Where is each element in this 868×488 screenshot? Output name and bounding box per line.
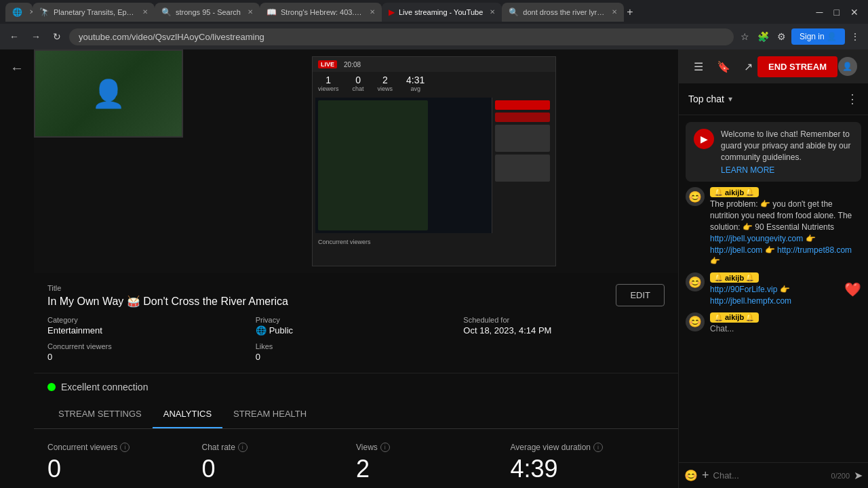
tab-close-1[interactable]: ✕	[142, 8, 148, 16]
tab-4[interactable]: ▶ Live streaming - YouTube ✕	[382, 3, 502, 22]
preview-live-badge: LIVE	[318, 60, 337, 68]
chat-input-field[interactable]	[713, 470, 827, 481]
tab-0[interactable]: 🌐 ✕	[5, 3, 33, 22]
category-value: Entertainment	[47, 325, 249, 336]
metric-info-3[interactable]: i	[593, 443, 603, 452]
user-avatar[interactable]: 👤	[838, 57, 857, 76]
metric-concurrent-viewers: Concurrent viewers i 0	[47, 443, 202, 483]
tab-2[interactable]: 🔍 strongs 95 - Search ✕	[155, 3, 260, 22]
chat-learn-more-link[interactable]: LEARN MORE	[721, 165, 853, 175]
tab-label-5: dont dross the river lyrics	[523, 8, 605, 16]
privacy-icon: 🌐	[256, 325, 267, 336]
left-nav-col: ←	[0, 49, 34, 488]
tab-stream-health[interactable]: STREAM HEALTH	[222, 401, 317, 428]
chat-send-button[interactable]: ➤	[854, 469, 863, 482]
stream-title-info: Title In My Own Way 🥁 Don't Cross the Ri…	[47, 284, 616, 308]
main-layout: ← 👤 LIVE 20:08	[0, 49, 868, 488]
address-bar-input[interactable]	[69, 28, 734, 45]
tab-close-2[interactable]: ✕	[248, 8, 253, 16]
minimize-button[interactable]: ─	[812, 5, 827, 19]
close-button[interactable]: ✕	[846, 5, 863, 19]
preview-sidebar-img-2	[495, 155, 550, 182]
profile-button[interactable]: ⚙	[774, 28, 789, 45]
chat-welcome-content: Welcome to live chat! Remember to guard …	[721, 129, 853, 175]
chat-partial-text: Chat...	[710, 324, 861, 333]
webcam-overlay: 👤	[34, 49, 183, 138]
webcam-video: 👤	[35, 51, 182, 136]
title-label: Title	[47, 284, 616, 292]
preview-stat-1: 1viewers	[318, 75, 339, 92]
chat-username-badge-0: 🔔 aikijb 🔔	[710, 187, 759, 197]
chat-avatar-2: 😊	[686, 312, 705, 331]
metric-avg-view-duration: Average view duration i 4:39	[511, 443, 665, 483]
yt-bookmark-icon[interactable]: 🔖	[713, 56, 734, 77]
tab-close-4[interactable]: ✕	[490, 8, 495, 16]
reload-button[interactable]: ↻	[49, 28, 65, 45]
chat-header: Top chat ▾ ⋮	[679, 83, 868, 115]
analytics-metrics: Concurrent viewers i 0 Chat rate i 0 Vie…	[47, 443, 665, 483]
extensions-button[interactable]: 🧩	[755, 28, 772, 45]
preview-sidebar-item-1	[495, 100, 550, 110]
metric-info-2[interactable]: i	[380, 443, 390, 452]
tab-bar: 🌐 ✕ 🔭 Planetary Transits, Ephem... ✕ 🔍 s…	[5, 0, 810, 24]
chat-link-5[interactable]: http://jbell.hempfx.com	[710, 296, 791, 306]
metric-info-0[interactable]: i	[120, 443, 130, 452]
star-button[interactable]: ☆	[738, 28, 752, 45]
end-stream-button[interactable]: END STREAM	[757, 56, 837, 77]
preview-main-area	[315, 98, 553, 233]
chat-more-icon[interactable]: ⋮	[846, 92, 859, 106]
tab-stream-settings[interactable]: STREAM SETTINGS	[47, 401, 153, 428]
chat-link-2[interactable]: http://jbell.com	[710, 245, 762, 255]
edit-button[interactable]: EDIT	[616, 284, 665, 306]
chat-link-1[interactable]: http://jbell.youngevity.com	[710, 234, 803, 243]
yt-share-icon[interactable]: ↗	[740, 56, 757, 77]
scheduled-label: Scheduled for	[463, 316, 665, 324]
chat-heart-icon: ❤️	[844, 281, 861, 298]
tab-analytics[interactable]: ANALYTICS	[153, 401, 222, 428]
toolbar-icons: ☆ 🧩 ⚙ Sign in 👤 ⋮	[738, 28, 863, 45]
meta-scheduled: Scheduled for Oct 18, 2023, 4:14 PM	[463, 316, 665, 336]
tab-1[interactable]: 🔭 Planetary Transits, Ephem... ✕	[33, 3, 155, 22]
chat-title-button[interactable]: Top chat ▾	[688, 94, 732, 104]
new-tab-button[interactable]: +	[624, 3, 635, 21]
back-nav-button[interactable]: ←	[5, 28, 23, 45]
chat-input-area: 😊 + 0/200 ➤	[679, 462, 868, 488]
yt-menu-icon[interactable]: ☰	[690, 56, 707, 77]
chat-link-4[interactable]: http://90ForLife.vip	[710, 285, 777, 294]
metric-value-0: 0	[47, 455, 202, 483]
chat-link-3[interactable]: http://trumpet88.com	[777, 245, 852, 255]
back-button[interactable]: ←	[5, 55, 29, 81]
preview-stat-4: 4:31avg	[406, 75, 425, 92]
restore-button[interactable]: □	[830, 5, 844, 19]
tab-favicon-2: 🔍	[161, 7, 172, 17]
preview-video-content	[318, 100, 428, 230]
sign-in-button[interactable]: Sign in 👤	[791, 28, 845, 45]
chat-emoji-button[interactable]: 😊	[684, 469, 698, 482]
chat-msg-content-1: 🔔 aikijb 🔔 http://90ForLife.vip 👉 http:/…	[710, 272, 839, 307]
meta-privacy: Privacy 🌐 Public	[256, 316, 457, 336]
tab-label-3: Strong's Hebrew: 403. p...	[281, 8, 363, 16]
connection-dot	[47, 383, 56, 391]
connection-status: Excellent connection	[34, 373, 678, 401]
webcam-figure: 👤	[92, 78, 125, 110]
preview-sidebar	[492, 98, 553, 233]
video-preview-area: 👤 LIVE 20:08 1viewers 0chat 2views	[34, 49, 678, 273]
metric-info-1[interactable]: i	[238, 443, 248, 452]
tab-close-3[interactable]: ✕	[370, 8, 375, 16]
chat-add-button[interactable]: +	[702, 468, 709, 483]
preview-time: 20:08	[344, 61, 361, 68]
chat-username-badge-1: 🔔 aikijb 🔔	[710, 272, 759, 283]
chat-welcome-text: Welcome to live chat! Remember to guard …	[721, 129, 853, 163]
tab-3[interactable]: 📖 Strong's Hebrew: 403. p... ✕	[260, 3, 382, 22]
stream-title-row: Title In My Own Way 🥁 Don't Cross the Ri…	[47, 284, 665, 308]
tab-label-2: strongs 95 - Search	[176, 8, 241, 16]
chat-welcome-message: ▶ Welcome to live chat! Remember to guar…	[686, 122, 861, 182]
forward-nav-button[interactable]: →	[27, 28, 45, 45]
chat-msg-content-2: 🔔 aikijb 🔔 Chat...	[710, 312, 861, 333]
preview-stat-2: 0chat	[353, 75, 364, 92]
tab-close-5[interactable]: ✕	[612, 8, 617, 16]
tab-5[interactable]: 🔍 dont dross the river lyrics ✕	[502, 3, 624, 22]
more-options-button[interactable]: ⋮	[848, 28, 863, 45]
preview-stat-3: 2views	[378, 75, 393, 92]
chat-title-text: Top chat	[688, 94, 724, 104]
